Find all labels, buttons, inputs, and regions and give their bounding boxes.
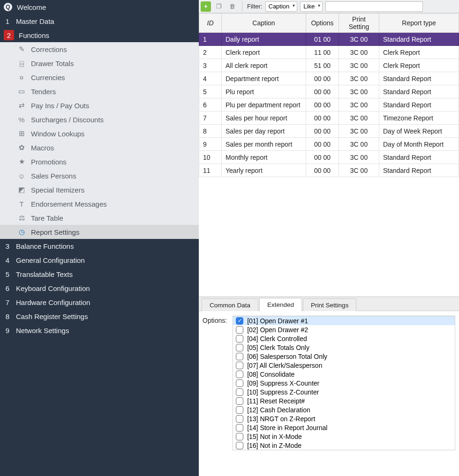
option-item[interactable]: ✓[01] Open Drawer #1 [233,316,455,325]
col-options[interactable]: Options [306,14,339,33]
sub-tenders[interactable]: ▭ Tenders [0,84,199,98]
sub-special-itemizers[interactable]: ◩ Special Itemizers [0,183,199,197]
checkbox[interactable] [236,371,243,378]
filter-op-select[interactable]: Like [300,1,323,12]
copy-button[interactable]: ❐ [214,1,224,12]
cell-type: Standard Report [379,33,459,46]
sub-window-lookups[interactable]: ⊞ Window Lookups [0,126,199,141]
tab-common[interactable]: Common Data [202,298,258,311]
nav-num: 1 [4,17,11,25]
checkbox[interactable] [236,433,243,440]
option-item[interactable]: [04] Clerk Controlled [233,334,455,343]
checkbox[interactable] [236,424,243,431]
checkbox[interactable] [236,397,243,405]
main-pane: + ❐ 🗑 Filter: Caption Like ID Caption Op… [199,0,459,476]
checkbox[interactable]: ✓ [236,317,243,325]
checkbox[interactable] [236,388,243,396]
option-label: [11] Reset Receipt# [247,397,305,405]
nav-num: 2 [4,30,14,40]
checkbox[interactable] [236,362,243,369]
nav-label: Keyboard Configuration [16,284,90,292]
table-row[interactable]: 8Sales per day report00 003C 00Day of We… [199,125,459,138]
sub-promotions[interactable]: ★ Promotions [0,155,199,169]
sub-label: Special Itemizers [31,186,84,194]
nav-network[interactable]: 9 Network Settings [0,323,199,337]
sub-payins[interactable]: ⇄ Pay Ins / Pay Outs [0,98,199,112]
nav-label: Functions [19,31,49,39]
table-row[interactable]: 3All clerk report51 003C 00Clerk Report [199,59,459,72]
cell-options: 11 00 [306,46,339,59]
nav-cash-register[interactable]: 8 Cash Register Settings [0,309,199,323]
col-caption[interactable]: Caption [222,14,306,33]
filter-input[interactable] [325,1,423,12]
table-row[interactable]: 11Yearly report00 003C 00Standard Report [199,164,459,177]
checkbox[interactable] [236,406,243,414]
option-item[interactable]: [08] Consolidate [233,370,455,379]
nav-functions[interactable]: 2 Functions [0,28,199,42]
nav-master-data[interactable]: 1 Master Data [0,14,199,28]
table-row[interactable]: 1Daily report01 003C 00Standard Report [199,33,459,46]
sub-macros[interactable]: ✿ Macros [0,141,199,155]
option-item[interactable]: [13] NRGT on Z-Report [233,414,455,423]
option-item[interactable]: [12] Cash Declaration [233,405,455,414]
option-label: [02] Open Drawer #2 [247,326,308,334]
checkbox[interactable] [236,442,243,449]
filter-field-select[interactable]: Caption [265,1,298,12]
nav-balance[interactable]: 3 Balance Functions [0,239,199,253]
checkbox[interactable] [236,326,243,334]
separator [242,1,242,12]
checkbox[interactable] [236,415,243,423]
table-row[interactable]: 4Department report00 003C 00Standard Rep… [199,72,459,85]
add-button[interactable]: + [201,1,211,12]
checkbox[interactable] [236,379,243,387]
sub-drawer-totals[interactable]: ⌸ Drawer Totals [0,56,199,70]
option-item[interactable]: [05] Clerk Totals Only [233,343,455,352]
nav-num: 4 [4,256,11,264]
option-item[interactable]: [15] Not in X-Mode [233,432,455,441]
percent-icon: % [17,116,26,124]
cell-options: 00 00 [306,151,339,164]
checkbox[interactable] [236,353,243,360]
nav-translatable[interactable]: 5 Translatable Texts [0,267,199,281]
option-item[interactable]: [09] Suppress X-Counter [233,379,455,387]
option-item[interactable]: [11] Reset Receipt# [233,396,455,405]
sub-tare-table[interactable]: ⚖ Tare Table [0,211,199,225]
table-row[interactable]: 9Sales per month report00 003C 00Day of … [199,138,459,151]
drawer-icon: ⌸ [17,60,26,67]
col-type[interactable]: Report type [379,14,459,33]
option-item[interactable]: [06] Salesperson Total Only [233,352,455,361]
sub-currencies[interactable]: ¤ Currencies [0,70,199,84]
option-item[interactable]: [02] Open Drawer #2 [233,325,455,334]
cell-id: 1 [199,33,222,46]
option-item[interactable]: [14] Store in Report Journal [233,423,455,432]
nav-welcome[interactable]: Q Welcome [0,0,199,14]
cell-type: Clerk Report [379,46,459,59]
checkbox[interactable] [236,344,243,351]
delete-button[interactable]: 🗑 [227,1,237,12]
table-row[interactable]: 7Sales per hour report00 003C 00Timezone… [199,112,459,125]
nav-keyboard-config[interactable]: 6 Keyboard Configuration [0,281,199,295]
table-row[interactable]: 6Plu per department report00 003C 00Stan… [199,98,459,112]
sub-sales-persons[interactable]: ☺ Sales Persons [0,169,199,183]
sub-endorsement[interactable]: T Endorsement Messages [0,197,199,211]
checkbox[interactable] [236,335,243,342]
option-item[interactable]: [16] Not in Z-Mode [233,441,455,450]
col-id[interactable]: ID [199,14,222,33]
option-item[interactable]: [10] Suppress Z-Counter [233,387,455,396]
col-print[interactable]: Print Setting [339,14,379,33]
cell-id: 11 [199,164,222,177]
sub-surcharges[interactable]: % Surcharges / Discounts [0,112,199,126]
sub-report-settings[interactable]: ◷ Report Settings [0,225,199,239]
tab-extended[interactable]: Extended [259,298,302,311]
nav-general-config[interactable]: 4 General Configuration [0,253,199,267]
sub-corrections[interactable]: ✎ Corrections [0,42,199,56]
tab-print-settings[interactable]: Print Settings [303,298,356,311]
nav-label: Master Data [16,17,54,25]
table-row[interactable]: 5Plu report00 003C 00Standard Report [199,85,459,98]
table-row[interactable]: 10Monthly report00 003C 00Standard Repor… [199,151,459,164]
tab-label: Print Settings [311,302,348,309]
option-label: [04] Clerk Controlled [247,335,307,342]
table-row[interactable]: 2Clerk report11 003C 00Clerk Report [199,46,459,59]
nav-hardware-config[interactable]: 7 Hardware Configuration [0,295,199,309]
option-item[interactable]: [07] All Clerk/Salesperson [233,361,455,370]
